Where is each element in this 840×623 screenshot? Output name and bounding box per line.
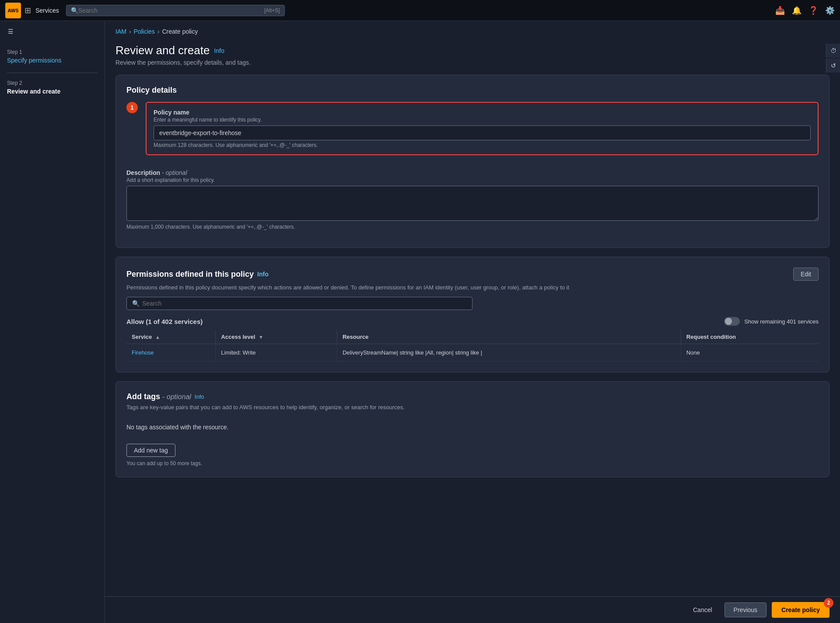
permissions-search-icon: 🔍 — [132, 300, 140, 307]
permissions-search-input[interactable] — [142, 300, 467, 307]
add-tags-card: Add tags - optional Info Tags are key-va… — [116, 381, 830, 477]
breadcrumb-sep-1: › — [129, 28, 131, 35]
step-badge-2: 2 — [824, 598, 833, 608]
toggle-row: Show remaining 401 services — [724, 317, 819, 326]
previous-button[interactable]: Previous — [724, 602, 766, 617]
right-icon-1[interactable]: ⏱ — [826, 44, 840, 58]
permissions-info-link[interactable]: Info — [257, 271, 269, 278]
settings-icon[interactable]: ⚙️ — [825, 6, 835, 15]
step1-label: Step 1 — [7, 49, 98, 55]
permissions-description: Permissions defined in this policy docum… — [126, 284, 819, 291]
global-search-bar[interactable]: 🔍 [Alt+S] — [66, 5, 285, 16]
nav-icons: 📥 🔔 ❓ ⚙️ — [775, 6, 835, 15]
tags-hint: You can add up to 50 more tags. — [126, 460, 819, 466]
permissions-header: Permissions defined in this policy Info … — [126, 268, 819, 281]
add-new-tag-button[interactable]: Add new tag — [126, 444, 175, 457]
permissions-title: Permissions defined in this policy Info — [126, 270, 269, 279]
policy-details-title: Policy details — [126, 86, 819, 95]
search-shortcut: [Alt+S] — [264, 7, 280, 14]
allow-title: Allow (1 of 402 services) — [126, 318, 203, 325]
top-navigation: AWS ⊞ Services 🔍 [Alt+S] 📥 🔔 ❓ ⚙️ — [0, 0, 840, 21]
sort-icon: ▲ — [155, 334, 160, 340]
review-and-create-label: Review and create — [7, 88, 98, 95]
description-label: Description - optional — [126, 169, 819, 176]
global-search-input[interactable] — [78, 7, 264, 14]
permissions-search-box[interactable]: 🔍 — [126, 297, 472, 310]
col-service: Service ▲ — [126, 330, 216, 344]
step-badge-1: 1 — [126, 102, 138, 113]
cell-service: Firehose — [126, 344, 216, 362]
policy-details-card: Policy details 1 Policy name Enter a mea… — [116, 75, 830, 248]
show-remaining-label: Show remaining 401 services — [744, 318, 819, 325]
breadcrumb: IAM › Policies › Create policy — [116, 28, 830, 35]
cell-resource: DeliveryStreamName| string like |All, re… — [337, 344, 681, 362]
breadcrumb-policies[interactable]: Policies — [134, 28, 155, 35]
sidebar-toggle[interactable]: ☰ — [0, 21, 21, 42]
filter-icon: ▼ — [259, 334, 263, 340]
policy-name-label: Policy name — [154, 109, 811, 116]
aws-logo: AWS — [5, 3, 21, 18]
page-info-link[interactable]: Info — [214, 47, 224, 54]
grid-icon[interactable]: ⊞ — [24, 6, 31, 15]
add-tags-description: Tags are key-value pairs that you can ad… — [126, 404, 819, 411]
no-tags-text: No tags associated with the resource. — [126, 418, 819, 437]
breadcrumb-iam[interactable]: IAM — [116, 28, 126, 35]
cancel-button[interactable]: Cancel — [686, 603, 719, 617]
main-content: IAM › Policies › Create policy Review an… — [105, 21, 840, 521]
add-tags-title: Add tags - optional Info — [126, 392, 819, 401]
cell-access: Limited: Write — [216, 344, 337, 362]
right-icon-2[interactable]: ↺ — [826, 59, 840, 73]
sidebar: Step 1 Specify permissions Step 2 Review… — [0, 21, 105, 623]
cell-condition: None — [681, 344, 819, 362]
search-icon: 🔍 — [71, 7, 78, 14]
description-input[interactable] — [126, 186, 819, 221]
description-hint: Add a short explanation for this policy. — [126, 177, 819, 183]
policy-name-input[interactable] — [154, 125, 811, 140]
col-resource: Resource — [337, 330, 681, 344]
create-policy-button[interactable]: Create policy 2 — [772, 602, 830, 618]
add-tags-info-link[interactable]: Info — [195, 393, 204, 400]
sidebar-step1: Step 1 Specify permissions — [7, 49, 98, 64]
specify-permissions-link[interactable]: Specify permissions — [7, 57, 98, 64]
add-tags-label: Add tags - optional — [126, 392, 191, 401]
page-title: Review and create Info — [116, 44, 830, 57]
description-field: Description - optional Add a short expla… — [126, 169, 819, 230]
col-condition: Request condition — [681, 330, 819, 344]
page-header: Review and create Info Review the permis… — [116, 44, 830, 66]
show-remaining-toggle[interactable] — [724, 317, 740, 326]
service-link[interactable]: Firehose — [132, 349, 154, 356]
col-access: Access level ▼ — [216, 330, 337, 344]
edit-button[interactable]: Edit — [793, 268, 819, 281]
permissions-card: Permissions defined in this policy Info … — [116, 257, 830, 372]
allow-row: Allow (1 of 402 services) Show remaining… — [126, 317, 819, 326]
policy-name-hint: Enter a meaningful name to identify this… — [154, 117, 811, 123]
description-optional: - optional — [162, 169, 187, 176]
description-char-limit: Maximum 1,000 characters. Use alphanumer… — [126, 224, 819, 230]
inbox-icon[interactable]: 📥 — [775, 6, 785, 15]
right-float-icons: ⏱ ↺ — [826, 44, 840, 73]
sidebar-step2: Step 2 Review and create — [7, 80, 98, 95]
breadcrumb-sep-2: › — [158, 28, 160, 35]
footer-bar: Cancel Previous Create policy 2 — [105, 596, 840, 623]
page-subtitle: Review the permissions, specify details,… — [116, 59, 830, 66]
table-row: Firehose Limited: Write DeliveryStreamNa… — [126, 344, 819, 362]
breadcrumb-current: Create policy — [162, 28, 198, 35]
services-link[interactable]: Services — [35, 7, 59, 14]
permissions-table: Service ▲ Access level ▼ Resource Reques… — [126, 330, 819, 362]
policy-name-section: Policy name Enter a meaningful name to i… — [146, 102, 819, 155]
step2-label: Step 2 — [7, 80, 98, 86]
policy-name-char-limit: Maximum 128 characters. Use alphanumeric… — [154, 142, 811, 148]
bell-icon[interactable]: 🔔 — [792, 6, 802, 15]
help-icon[interactable]: ❓ — [808, 6, 818, 15]
